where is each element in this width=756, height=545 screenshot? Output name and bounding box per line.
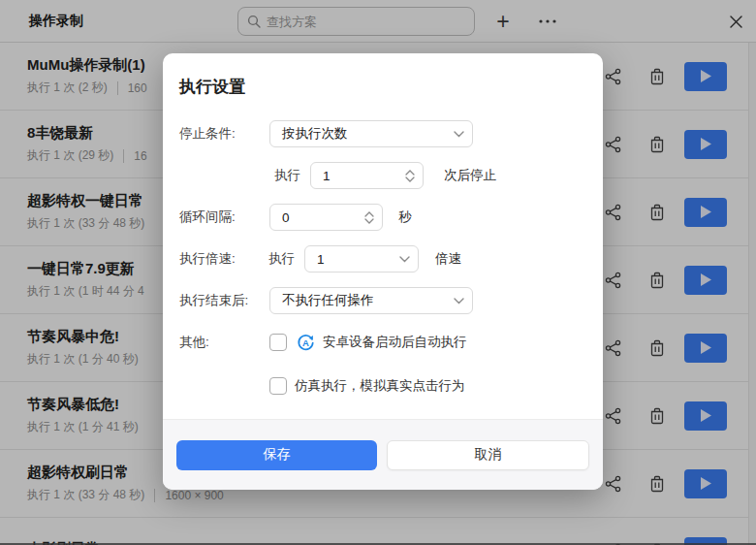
- loop-interval-label: 循环间隔:: [179, 208, 269, 226]
- stop-condition-row: 停止条件: 按执行次数: [179, 120, 586, 147]
- stop-condition-value: 按执行次数: [282, 125, 348, 143]
- save-button[interactable]: 保存: [176, 440, 377, 470]
- loop-interval-stepper[interactable]: 0: [269, 204, 383, 231]
- dialog-title: 执行设置: [179, 76, 586, 98]
- simulate-row: 仿真执行，模拟真实点击行为: [179, 376, 586, 396]
- autostart-label: 安卓设备启动后自动执行: [323, 334, 467, 351]
- exec-count-value: 1: [323, 169, 331, 183]
- settings-form: 停止条件: 按执行次数 执行 1 次后停止 循环间隔: 0: [163, 98, 603, 396]
- other-label: 其他:: [179, 334, 269, 351]
- cancel-button[interactable]: 取消: [387, 440, 589, 470]
- autostart-row: 其他: A 安卓设备启动后自动执行: [179, 333, 586, 352]
- after-exec-value: 不执行任何操作: [282, 292, 374, 309]
- android-icon: A: [297, 334, 315, 352]
- speed-prefix-label: 执行: [268, 250, 295, 268]
- chevron-down-icon: [364, 218, 374, 224]
- stop-condition-label: 停止条件:: [179, 125, 269, 143]
- stepper-arrows[interactable]: [405, 170, 415, 182]
- speed-label: 执行倍速:: [179, 250, 269, 268]
- execution-settings-dialog: 执行设置 停止条件: 按执行次数 执行 1 次后停止 循环间隔:: [163, 53, 603, 490]
- simulate-label: 仿真执行，模拟真实点击行为: [295, 377, 465, 395]
- chevron-down-icon: [399, 256, 410, 263]
- chevron-up-icon: [364, 211, 374, 217]
- chevron-down-icon: [454, 298, 464, 305]
- loop-interval-value: 0: [282, 210, 290, 225]
- speed-unit-label: 倍速: [435, 250, 461, 268]
- after-exec-select[interactable]: 不执行任何操作: [269, 287, 473, 314]
- after-exec-row: 执行结束后: 不执行任何操作: [179, 287, 586, 314]
- stepper-arrows[interactable]: [364, 211, 374, 224]
- loop-interval-row: 循环间隔: 0 秒: [179, 204, 586, 231]
- chevron-down-icon: [405, 176, 415, 182]
- exec-count-row: 执行 1 次后停止: [179, 162, 586, 189]
- loop-unit-label: 秒: [398, 208, 412, 226]
- speed-row: 执行倍速: 执行 1 倍速: [179, 245, 586, 272]
- chevron-up-icon: [405, 170, 415, 176]
- exec-prefix-label: 执行: [274, 167, 300, 184]
- speed-value: 1: [317, 252, 325, 267]
- chevron-down-icon: [454, 131, 464, 138]
- speed-select[interactable]: 1: [304, 245, 419, 272]
- stop-condition-select[interactable]: 按执行次数: [269, 120, 473, 147]
- dialog-footer: 保存 取消: [163, 419, 603, 490]
- exec-count-stepper[interactable]: 1: [310, 162, 424, 189]
- after-exec-label: 执行结束后:: [179, 292, 269, 309]
- exec-suffix-label: 次后停止: [444, 167, 496, 184]
- simulate-checkbox[interactable]: [269, 377, 287, 395]
- autostart-checkbox[interactable]: [269, 334, 287, 351]
- svg-text:A: A: [302, 337, 309, 348]
